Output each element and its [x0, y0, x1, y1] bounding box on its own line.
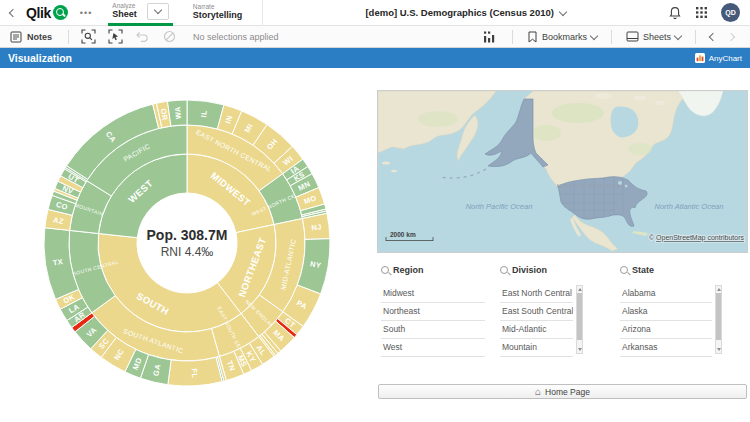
map-forest-patch [418, 111, 458, 127]
list-item[interactable]: Midwest [381, 285, 485, 303]
more-menu-icon[interactable]: ••• [80, 8, 92, 18]
sunburst-center [138, 194, 236, 292]
sunburst-label-FL: FL [190, 368, 200, 378]
list-item[interactable]: Alabama [620, 285, 712, 303]
anychart-label: AnyChart [709, 54, 742, 63]
list-item[interactable]: Mid-Atlantic [500, 321, 573, 339]
notes-button[interactable]: Notes [0, 26, 62, 48]
scroll-up-icon[interactable] [717, 288, 721, 291]
filter-state-title: State [632, 265, 654, 275]
list-item[interactable]: Arkansas [620, 339, 712, 357]
tab-analyze[interactable]: Analyze Sheet [108, 0, 173, 26]
home-page-button[interactable]: ⌂ Home Page [378, 384, 747, 399]
map-island [382, 161, 390, 164]
bookmarks-button[interactable]: Bookmarks [519, 31, 605, 43]
selections-status: No selections applied [193, 32, 279, 42]
center-kpi-population: Pop. 308.7M [147, 227, 228, 243]
filter-division-list: East North CentralEast South CentralMid-… [500, 285, 573, 357]
qlik-wordmark: Qlik [26, 5, 51, 21]
map-atlantic-label: North Atlantic Ocean [655, 202, 724, 211]
home-icon: ⌂ [535, 387, 541, 397]
sunburst-label-WA: WA [173, 106, 183, 120]
selections-tool-icon[interactable] [108, 29, 123, 44]
filter-region-header[interactable]: Region [381, 264, 485, 276]
filterpane-region: Region MidwestNortheastSouthWest [381, 264, 485, 357]
map-panel[interactable]: NORTH AMERICA North Pacific Ocean North … [377, 90, 748, 253]
list-item[interactable]: East North Central [500, 285, 573, 303]
scroll-down-icon[interactable] [717, 348, 721, 351]
smart-search-icon[interactable] [81, 29, 96, 44]
sheet-title-bar: Visualization AnyChart [0, 48, 750, 68]
map-attribution[interactable]: © OpenStreetMap contributors [649, 234, 745, 242]
list-item[interactable]: Arizona [620, 321, 712, 339]
map-arctic-island [655, 101, 665, 105]
divider [68, 30, 69, 44]
tab-narrate[interactable]: Narrate Storytelling [189, 0, 247, 26]
scroll-up-icon[interactable] [578, 288, 582, 291]
scrollbar-thumb[interactable] [716, 293, 721, 340]
sheet-title: Visualization [8, 52, 72, 64]
list-item[interactable]: Mountain [500, 339, 573, 357]
map-forest-patch [628, 143, 652, 155]
sunburst-label-IL: IL [199, 109, 209, 118]
chevron-down-icon [590, 31, 598, 39]
sunburst-chart[interactable]: MIDWESTEAST NORTH CENTRALILINMIOHWIWEST … [0, 68, 375, 422]
chevron-down-icon [559, 7, 567, 15]
list-item[interactable]: Alaska [620, 303, 712, 321]
app-title-menu[interactable]: [demo] U.S. Demographics (Census 2010) [365, 7, 565, 18]
sunburst-label-NY: NY [309, 259, 322, 270]
filter-panes: Region MidwestNortheastSouthWest Divisio… [378, 264, 748, 360]
sunburst-label-AZ: AZ [52, 215, 64, 226]
bookmarks-label: Bookmarks [542, 32, 587, 42]
qlik-sense-app: { "topbar": { "logo_text": "Qlik", "more… [0, 0, 750, 422]
chevron-down-icon [674, 31, 682, 39]
next-sheet-icon[interactable] [727, 32, 735, 40]
app-grid-icon[interactable] [695, 6, 708, 19]
scrollbar-thumb[interactable] [577, 293, 582, 340]
anychart-brand-link[interactable]: AnyChart [695, 53, 742, 63]
divider [262, 0, 263, 26]
previous-sheet-icon[interactable] [709, 32, 717, 40]
divider [611, 30, 612, 44]
filterpane-state: State AlabamaAlaskaArizonaArkansas [620, 264, 712, 357]
map-canvas[interactable]: NORTH AMERICA North Pacific Ocean North … [378, 91, 747, 252]
filter-state-header[interactable]: State [620, 264, 712, 276]
clear-selections-icon[interactable] [162, 29, 177, 44]
sheet-nav [702, 34, 742, 40]
scroll-down-icon[interactable] [578, 348, 582, 351]
sheet-dropdown-button[interactable] [147, 3, 169, 20]
list-item[interactable]: South [381, 321, 485, 339]
sheet-objects-icon[interactable] [482, 30, 496, 44]
selections-toolbar: Notes No selections applied Bookmar [0, 26, 750, 48]
tab-narrate-label: Storytelling [193, 11, 243, 20]
sheets-button[interactable]: Sheets [618, 31, 689, 42]
tab-analyze-label: Sheet [112, 10, 137, 19]
filter-division-header[interactable]: Division [500, 264, 573, 276]
search-icon [500, 266, 508, 274]
qlik-logo[interactable]: Qlik [26, 5, 68, 21]
step-back-icon[interactable] [135, 29, 150, 44]
map-forest-patch [552, 103, 604, 123]
state-scrollbar[interactable] [715, 285, 722, 354]
qlik-q-icon [53, 5, 68, 20]
topbar-right-group: QD [668, 3, 740, 22]
bell-icon[interactable] [668, 6, 682, 20]
user-avatar[interactable]: QD [721, 3, 740, 22]
division-scrollbar[interactable] [576, 285, 583, 354]
list-item[interactable]: East South Central [500, 303, 573, 321]
notes-label: Notes [27, 32, 52, 42]
sheets-label: Sheets [643, 32, 671, 42]
map-arctic-island [633, 95, 647, 100]
sunburst-label-TX: TX [52, 257, 64, 267]
toolbar-right-group: Bookmarks Sheets [482, 30, 742, 44]
list-item[interactable]: West [381, 339, 485, 357]
top-bar: Qlik ••• Analyze Sheet Narrate Storytell… [0, 0, 750, 26]
list-item[interactable]: Northeast [381, 303, 485, 321]
center-kpi-rni: RNI 4.4‰ [161, 245, 214, 259]
back-icon[interactable] [9, 8, 17, 16]
map-continent-label: NORTH AMERICA [557, 183, 628, 189]
chevron-down-icon [154, 6, 162, 14]
bookmark-icon [527, 31, 538, 43]
map-pacific-label: North Pacific Ocean [466, 202, 533, 211]
notes-icon [10, 31, 22, 43]
